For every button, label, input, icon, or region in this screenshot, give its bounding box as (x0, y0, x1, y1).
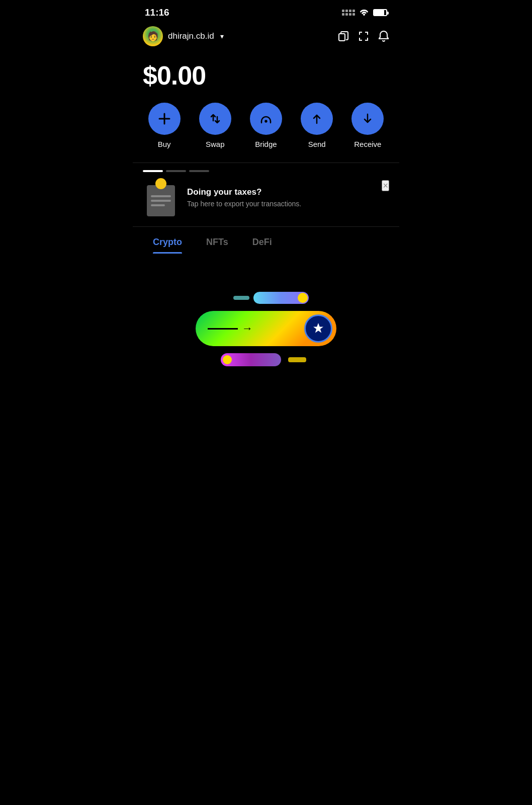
buy-action[interactable]: Buy (148, 103, 181, 148)
header-actions (338, 30, 389, 42)
bridge-label: Bridge (255, 140, 277, 148)
tab-crypto[interactable]: Crypto (143, 229, 192, 254)
battery-icon (373, 9, 387, 16)
fullscreen-icon[interactable] (358, 31, 369, 42)
bridge-action[interactable]: Bridge (250, 103, 282, 148)
banner-tabs (133, 163, 399, 172)
username: dhirajn.cb.id (168, 31, 214, 41)
header: 🧑 dhirajn.cb.id ▾ (133, 22, 399, 52)
banner[interactable]: Doing your taxes? Tap here to export you… (133, 172, 399, 226)
tab-nfts[interactable]: NFTs (196, 229, 238, 254)
receive-action[interactable]: Receive (351, 103, 384, 148)
banner-text: Doing your taxes? Tap here to export you… (187, 187, 389, 209)
toggle-knob-top (298, 293, 308, 303)
svg-point-3 (265, 121, 267, 122)
actions-row: Buy Swap Bridge Send (133, 103, 399, 163)
banner-doc-icon (147, 185, 175, 216)
avatar: 🧑 (143, 26, 163, 46)
toggle-knob-bottom (223, 355, 232, 364)
swap-label: Swap (206, 140, 225, 148)
swap-button[interactable] (199, 103, 231, 135)
copy-icon[interactable] (338, 31, 349, 42)
receive-label: Receive (354, 140, 381, 148)
banner-illustration (143, 180, 179, 216)
toggle-small-bottom (221, 353, 281, 366)
swap-action[interactable]: Swap (199, 103, 231, 148)
tabs-row: Crypto NFTs DeFi (133, 229, 399, 254)
toggle-main[interactable]: → (196, 311, 336, 346)
toggle-arrow-icon: → (242, 322, 253, 335)
balance-section: $0.00 (133, 52, 399, 103)
bell-icon[interactable] (378, 30, 389, 42)
send-action[interactable]: Send (301, 103, 333, 148)
svg-rect-0 (339, 34, 345, 41)
toggle-main-knob (304, 314, 332, 343)
toggle-small-top (253, 292, 309, 304)
status-bar: 11:16 (133, 0, 399, 22)
toggle-illustration: → (143, 277, 389, 381)
crypto-content: → (133, 254, 399, 405)
send-button[interactable] (301, 103, 333, 135)
user-info[interactable]: 🧑 dhirajn.cb.id ▾ (143, 26, 224, 46)
buy-label: Buy (158, 140, 171, 148)
balance-amount: $0.00 (143, 60, 389, 91)
section-divider (133, 226, 399, 227)
status-icons (342, 8, 387, 18)
chevron-down-icon: ▾ (220, 32, 224, 40)
receive-button[interactable] (351, 103, 384, 135)
status-time: 11:16 (145, 7, 169, 18)
banner-title: Doing your taxes? (187, 187, 389, 197)
banner-close-button[interactable]: × (382, 180, 389, 191)
signal-icon (342, 10, 355, 16)
bridge-button[interactable] (250, 103, 282, 135)
wifi-icon (359, 8, 369, 18)
tab-defi[interactable]: DeFi (242, 229, 282, 254)
banner-subtitle: Tap here to export your transactions. (187, 199, 389, 209)
buy-button[interactable] (148, 103, 181, 135)
send-label: Send (308, 140, 326, 148)
